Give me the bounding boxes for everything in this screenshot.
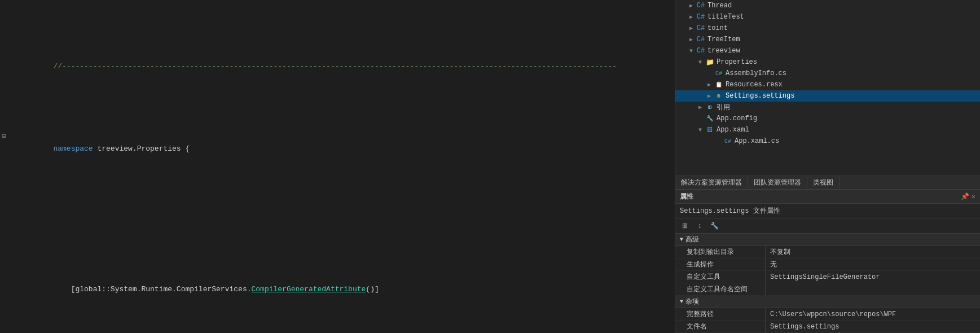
ref-icon: ⊞ <box>705 104 715 111</box>
properties-header: 属性 📌 ✕ <box>675 190 980 204</box>
tree-item-label: 引用 <box>717 103 730 112</box>
tab-label: 类视图 <box>813 179 833 187</box>
prop-name: 自定义工具 <box>675 271 766 283</box>
tree-item-toint[interactable]: ▶ C# toint <box>675 23 980 34</box>
cs-icon: C# <box>723 138 733 144</box>
tree-item-label: Settings.settings <box>726 92 794 100</box>
tab-label: 团队资源管理器 <box>754 179 801 187</box>
prop-row-namespace: 自定义工具命名空间 <box>675 283 980 296</box>
tree-item-treeitem[interactable]: ▶ C# TreeItem <box>675 34 980 45</box>
type-link: CompilerGeneratedAttribute <box>251 285 366 293</box>
tree-item-label: App.xaml.cs <box>735 137 779 145</box>
properties-file-name: Settings.settings 文件属性 <box>675 204 980 218</box>
tab-team[interactable]: 团队资源管理器 <box>748 176 807 189</box>
prop-name: 生成操作 <box>675 258 766 270</box>
grid-view-btn[interactable]: ⊞ <box>679 220 691 231</box>
prop-value: SettingsSingleFileGenerator <box>766 272 980 282</box>
settings-icon: ⚙ <box>714 93 724 99</box>
cs-icon: C# <box>696 2 706 10</box>
section-label: 高级 <box>685 235 699 244</box>
tree-item-resources[interactable]: ▶ 📋 Resources.resx <box>675 79 980 90</box>
cs-icon: C# <box>696 36 706 43</box>
tree-item-label: Thread <box>707 2 732 10</box>
expand-arrow: ▶ <box>687 2 696 9</box>
tree-item-label: treeview <box>707 47 740 55</box>
tab-solution[interactable]: 解决方案资源管理器 <box>675 176 748 189</box>
expand-arrow: ▶ <box>696 104 705 111</box>
tree-item-label: Properties <box>717 58 757 66</box>
wrench-btn[interactable]: 🔧 <box>708 220 720 231</box>
tree-item-label: titleTest <box>707 13 744 21</box>
expand-arrow: ▶ <box>687 36 696 43</box>
cs-icon: C# <box>696 13 706 21</box>
tree-item-appconfig[interactable]: 🔧 App.config <box>675 113 980 124</box>
punct: ()] <box>366 285 379 293</box>
cs-icon: C# <box>696 47 706 55</box>
prop-name: 文件名 <box>675 321 766 332</box>
solution-explorer: ▶ C# Thread ▶ C# titleTest ▶ C# toint ▶ … <box>675 0 980 176</box>
expand-arrow: ▶ <box>687 25 696 32</box>
minus-icon[interactable]: ⊟ <box>2 132 6 142</box>
line-code: //--------------------------------------… <box>16 49 675 84</box>
prop-name: 自定义工具命名空间 <box>675 283 766 295</box>
expand-arrow: ▶ <box>705 81 714 88</box>
right-panel: ▶ C# Thread ▶ C# titleTest ▶ C# toint ▶ … <box>675 0 980 333</box>
bottom-tabs: 解决方案资源管理器 团队资源管理器 类视图 <box>675 176 980 190</box>
close-icon[interactable]: ✕ <box>972 192 975 201</box>
expand-arrow: ▼ <box>696 59 705 65</box>
expand-arrow: ▼ <box>696 127 705 133</box>
prop-value: 不复制 <box>766 246 980 258</box>
section-arrow: ▼ <box>680 236 683 243</box>
code-content: //--------------------------------------… <box>0 0 675 333</box>
prop-value: C:\Users\wppcn\source\repos\WPF <box>766 309 980 319</box>
section-misc[interactable]: ▼ 杂项 <box>675 296 980 308</box>
tree-item-label: App.xaml <box>717 126 749 134</box>
tree-item-label: Resources.resx <box>726 81 783 89</box>
keyword: namespace <box>53 144 97 153</box>
section-arrow: ▼ <box>680 299 683 305</box>
tab-label: 解决方案资源管理器 <box>681 179 742 187</box>
prop-value: 无 <box>766 258 980 270</box>
resx-icon: 📋 <box>714 81 724 88</box>
tree-item-label: TreeItem <box>707 36 740 43</box>
tree-item-assemblyinfo[interactable]: C# AssemblyInfo.cs <box>675 68 980 79</box>
section-advanced[interactable]: ▼ 高级 <box>675 234 980 246</box>
punct: [global::System.Runtime.CompilerServices… <box>53 285 251 293</box>
prop-row-tool: 自定义工具 SettingsSingleFileGenerator <box>675 271 980 283</box>
prop-value <box>766 288 980 291</box>
line-code <box>16 213 675 225</box>
code-line: [global::System.Runtime.CompilerServices… <box>0 272 675 307</box>
config-icon: 🔧 <box>705 115 715 122</box>
prop-row-filename: 文件名 Settings.settings <box>675 321 980 333</box>
properties-panel: 属性 📌 ✕ Settings.settings 文件属性 ⊞ ↕ 🔧 ▼ 高级… <box>675 190 980 333</box>
file-name-label: Settings.settings 文件属性 <box>680 207 780 215</box>
properties-title: 属性 <box>680 192 693 201</box>
cs-icon: C# <box>714 71 724 77</box>
sort-btn[interactable]: ↕ <box>693 220 706 231</box>
tree-item-thread[interactable]: ▶ C# Thread <box>675 0 980 11</box>
gutter: ⊟ <box>0 132 8 142</box>
tree-item-titletest[interactable]: ▶ C# titleTest <box>675 11 980 23</box>
pin-icon[interactable]: 📌 <box>961 192 969 201</box>
prop-name: 复制到输出目录 <box>675 246 766 258</box>
prop-row-build: 生成操作 无 <box>675 258 980 271</box>
tree-item-settings[interactable]: ▶ ⚙ Settings.settings <box>675 90 980 102</box>
tree-item-appxamlcs[interactable]: C# App.xaml.cs <box>675 135 980 147</box>
tree-item-label: AssemblyInfo.cs <box>726 69 786 77</box>
tree-item-references[interactable]: ▶ ⊞ 引用 <box>675 102 980 113</box>
code-line: //--------------------------------------… <box>0 49 675 84</box>
prop-row-fullpath: 完整路径 C:\Users\wppcn\source\repos\WPF <box>675 308 980 321</box>
tree-item-treeview[interactable]: ▼ C# treeview <box>675 45 980 56</box>
namespace-name: treeview <box>97 144 132 153</box>
prop-name: 完整路径 <box>675 308 766 320</box>
code-line: ⊟ namespace treeview.Properties { <box>0 132 675 166</box>
prop-row-copy: 复制到输出目录 不复制 <box>675 246 980 258</box>
line-code: namespace treeview.Properties { <box>16 132 675 166</box>
tree-item-properties[interactable]: ▼ 📁 Properties <box>675 56 980 68</box>
code-comment: //--------------------------------------… <box>53 62 617 71</box>
tree-item-label: App.config <box>717 115 757 122</box>
tree-item-appxaml[interactable]: ▼ 🖼 App.xaml <box>675 124 980 135</box>
tree-item-label: toint <box>707 24 728 32</box>
tab-view[interactable]: 类视图 <box>807 176 840 189</box>
code-line <box>0 213 675 225</box>
